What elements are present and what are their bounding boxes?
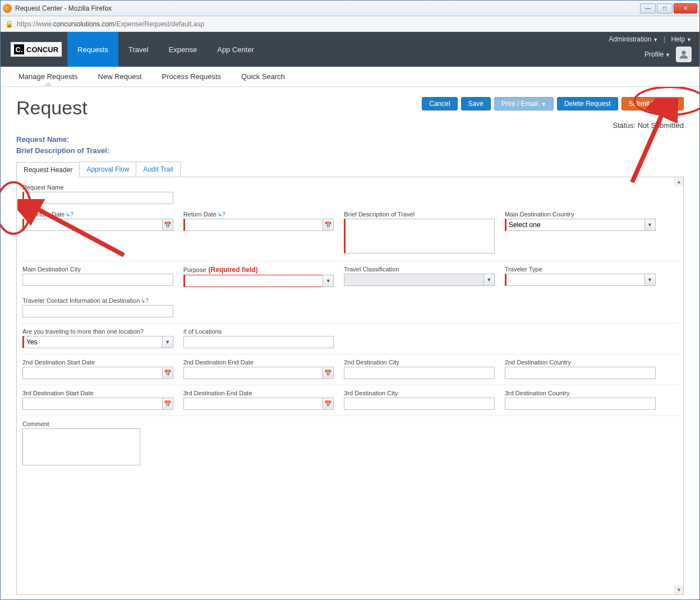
svg-point-0 [681, 50, 686, 55]
label-3rd-country: 3rd Destination Country [505, 390, 656, 396]
label-departure-date: Departure Date [22, 211, 65, 218]
subnav-quick-search[interactable]: Quick Search [239, 68, 287, 85]
label-3rd-end-date: 3rd Destination End Date [183, 390, 334, 396]
nav-requests[interactable]: Requests [67, 32, 118, 67]
window-title: Request Center - Mozilla Firefox [15, 4, 640, 12]
label-travel-class: Travel Classification [344, 266, 495, 273]
cancel-button[interactable]: Cancel [422, 97, 457, 110]
tab-approval-flow[interactable]: Approval Flow [79, 161, 136, 177]
help-icon[interactable]: ↳? [218, 211, 225, 218]
tab-request-header[interactable]: Request Header [16, 162, 80, 177]
print-email-button[interactable]: Print / Email ▼ [494, 97, 554, 110]
input-2nd-end-date[interactable] [183, 367, 334, 379]
nav-expense[interactable]: Expense [159, 32, 208, 67]
nav-app-center[interactable]: App Center [207, 32, 264, 67]
input-2nd-country[interactable] [505, 367, 656, 379]
input-3rd-country[interactable] [505, 398, 656, 410]
submit-request-button[interactable]: Submit Request [621, 97, 684, 110]
label-multi-location: Are you traveling to more than one locat… [22, 328, 173, 335]
input-num-locations[interactable] [183, 336, 334, 348]
url-path: /Expense/Request/default.asp [114, 20, 204, 28]
input-main-dest-city[interactable] [22, 274, 173, 286]
select-traveler-type[interactable] [505, 274, 656, 286]
input-2nd-start-date[interactable] [22, 367, 173, 379]
content-area: Request Cancel Save Print / Email ▼ Dele… [1, 87, 699, 599]
nav-travel[interactable]: Travel [118, 32, 159, 67]
subnav-process-requests[interactable]: Process Requests [160, 68, 224, 85]
select-travel-class [344, 274, 495, 286]
label-purpose: Purpose [183, 266, 206, 273]
nav-administration[interactable]: Administration▼ [609, 35, 658, 43]
input-comment[interactable] [22, 428, 140, 465]
address-bar[interactable]: 🔒 https://www.concursolutions.com/Expens… [1, 16, 699, 32]
url-prefix: https://www. [17, 20, 53, 28]
label-num-locations: # of Locations [183, 328, 334, 335]
label-brief-desc: Brief Description of Travel [344, 211, 495, 218]
input-departure-date[interactable] [22, 219, 173, 231]
chevron-down-icon: ▼ [541, 101, 546, 107]
label-main-dest-country: Main Destination Country [505, 211, 656, 218]
scroll-down-icon[interactable]: ▼ [674, 585, 683, 594]
label-contact-info: Traveler Contact Information at Destinat… [22, 297, 140, 304]
input-brief-desc[interactable] [344, 219, 495, 253]
lock-icon: 🔒 [5, 20, 13, 28]
nav-profile[interactable]: Profile▼ [644, 50, 670, 58]
request-subtitle: Request Name: Brief Description of Trave… [16, 134, 684, 156]
nav-help[interactable]: Help▼ [671, 35, 692, 43]
input-request-name[interactable] [22, 192, 173, 204]
select-main-dest-country[interactable] [505, 219, 656, 231]
scrollbar[interactable]: ▲ ▼ [674, 177, 683, 594]
status-label: Status: [613, 121, 635, 130]
input-3rd-start-date[interactable] [22, 398, 173, 410]
label-2nd-city: 2nd Destination City [344, 359, 495, 366]
select-purpose[interactable] [183, 275, 334, 287]
maximize-button[interactable]: □ [657, 3, 673, 13]
label-main-dest-city: Main Destination City [22, 266, 173, 273]
chevron-down-icon: ▼ [653, 37, 658, 43]
brand-logo[interactable]: C. CONCUR [11, 42, 62, 57]
url-domain: concursolutions.com [53, 20, 114, 28]
purpose-required-text: (Required field) [209, 266, 258, 274]
label-2nd-end-date: 2nd Destination End Date [183, 359, 334, 366]
window-frame: Request Center - Mozilla Firefox — □ ✕ 🔒… [0, 0, 700, 600]
subnav-new-request[interactable]: New Request [96, 68, 144, 85]
label-traveler-type: Traveler Type [505, 266, 656, 273]
page-title: Request [16, 97, 88, 119]
input-3rd-city[interactable] [344, 398, 495, 410]
top-nav: C. CONCUR Requests Travel Expense App Ce… [1, 32, 699, 67]
avatar-icon[interactable] [676, 47, 692, 62]
chevron-down-icon: ▼ [665, 52, 670, 58]
tabs: Request Header Approval Flow Audit Trail [16, 161, 684, 177]
label-2nd-start-date: 2nd Destination Start Date [22, 359, 173, 366]
input-contact-info[interactable] [22, 305, 173, 317]
brief-desc-subtitle: Brief Description of Travel: [16, 145, 684, 156]
label-3rd-city: 3rd Destination City [344, 390, 495, 396]
close-window-button[interactable]: ✕ [674, 3, 697, 13]
status-value: Not Submitted [638, 121, 684, 130]
label-return-date: Return Date [183, 211, 217, 218]
label-2nd-country: 2nd Destination Country [505, 359, 656, 366]
window-title-bar: Request Center - Mozilla Firefox — □ ✕ [1, 1, 699, 16]
input-3rd-end-date[interactable] [183, 398, 334, 410]
select-multi-location[interactable] [22, 336, 173, 348]
minimize-button[interactable]: — [640, 3, 656, 13]
chevron-down-icon: ▼ [687, 37, 692, 43]
logo-text: CONCUR [26, 45, 58, 54]
help-icon[interactable]: ↳? [66, 211, 73, 218]
scroll-up-icon[interactable]: ▲ [674, 177, 683, 186]
label-request-name: Request Name [22, 184, 173, 191]
request-name-subtitle: Request Name: [16, 134, 684, 145]
delete-request-button[interactable]: Delete Request [557, 97, 618, 110]
label-3rd-start-date: 3rd Destination Start Date [22, 390, 173, 396]
label-comment: Comment [22, 421, 140, 427]
tab-audit-trail[interactable]: Audit Trail [136, 161, 180, 177]
help-icon[interactable]: ↳? [141, 298, 149, 304]
input-return-date[interactable] [183, 219, 334, 231]
logo-mark: C. [14, 44, 24, 54]
firefox-icon [3, 4, 12, 13]
input-2nd-city[interactable] [344, 367, 495, 379]
sub-nav: Manage Requests New Request Process Requ… [1, 67, 699, 87]
form-panel: Request Name Departure Date↳? 📅 Return D… [16, 177, 684, 595]
save-button[interactable]: Save [461, 97, 491, 110]
subnav-manage-requests[interactable]: Manage Requests [16, 68, 80, 85]
